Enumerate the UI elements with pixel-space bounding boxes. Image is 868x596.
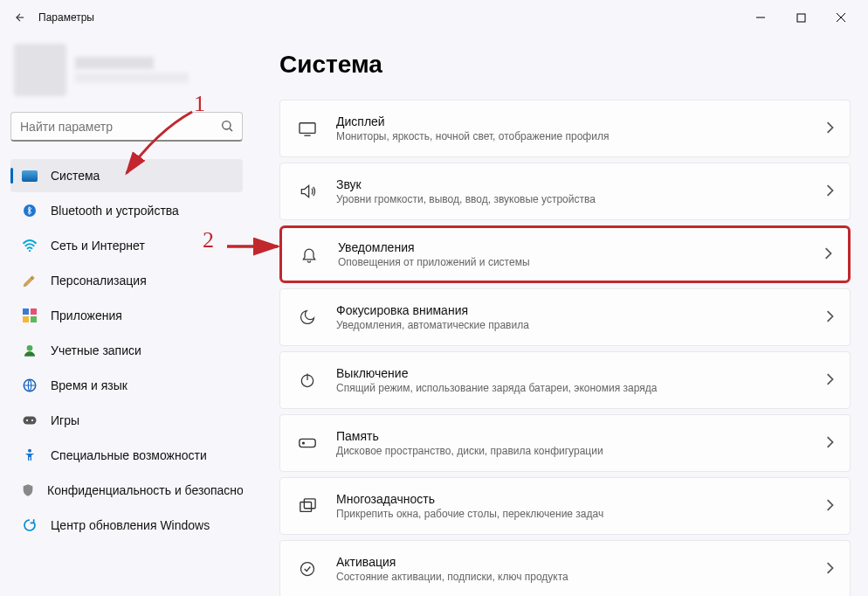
sidebar-item-label: Сеть и Интернет xyxy=(51,239,145,253)
person-icon xyxy=(21,342,38,359)
sidebar-item-label: Учетные записи xyxy=(51,343,141,357)
sidebar: Система Bluetooth и устройства Сеть и Ин… xyxy=(0,35,253,596)
sidebar-item-accounts[interactable]: Учетные записи xyxy=(10,334,243,367)
maximize-button[interactable] xyxy=(781,0,821,35)
card-subtitle: Дисковое пространство, диски, правила ко… xyxy=(336,445,603,457)
sidebar-item-network[interactable]: Сеть и Интернет xyxy=(10,229,243,262)
card-subtitle: Уведомления, автоматические правила xyxy=(336,319,529,331)
main-panel: Система Дисплей Мониторы, яркость, ночно… xyxy=(253,35,868,596)
update-icon xyxy=(21,516,38,534)
storage-icon xyxy=(296,432,319,454)
wifi-icon xyxy=(21,237,38,254)
bluetooth-icon xyxy=(21,202,38,219)
sidebar-item-bluetooth[interactable]: Bluetooth и устройства xyxy=(10,194,243,227)
search-input[interactable] xyxy=(10,112,243,142)
card-multitasking[interactable]: Многозадачность Прикрепить окна, рабочие… xyxy=(279,477,851,535)
svg-line-5 xyxy=(230,128,232,131)
profile-info xyxy=(75,57,189,83)
back-button[interactable] xyxy=(7,4,33,31)
chevron-right-icon xyxy=(825,499,834,514)
chevron-right-icon xyxy=(825,310,834,325)
brush-icon xyxy=(21,272,38,289)
sidebar-item-system[interactable]: Система xyxy=(10,159,243,192)
card-title: Звук xyxy=(336,177,596,191)
sidebar-item-label: Время и язык xyxy=(51,378,127,392)
card-subtitle: Состояние активации, подписки, ключ прод… xyxy=(336,571,568,583)
card-subtitle: Оповещения от приложений и системы xyxy=(338,256,530,268)
chevron-right-icon xyxy=(825,184,834,199)
minimize-button[interactable] xyxy=(741,0,781,35)
card-display[interactable]: Дисплей Мониторы, яркость, ночной свет, … xyxy=(279,100,851,157)
svg-rect-10 xyxy=(31,316,37,322)
moon-icon xyxy=(296,306,319,329)
card-subtitle: Мониторы, яркость, ночной свет, отображе… xyxy=(336,130,609,142)
card-title: Дисплей xyxy=(336,114,609,128)
system-icon xyxy=(21,167,38,184)
check-circle-icon xyxy=(296,558,319,580)
card-sound[interactable]: Звук Уровни громкости, вывод, ввод, звук… xyxy=(279,163,851,220)
sidebar-item-time-language[interactable]: Время и язык xyxy=(10,369,243,402)
bell-icon xyxy=(298,243,320,266)
card-storage[interactable]: Память Дисковое пространство, диски, пра… xyxy=(279,414,851,472)
sidebar-nav: Система Bluetooth и устройства Сеть и Ин… xyxy=(10,159,243,542)
svg-rect-9 xyxy=(23,316,29,322)
svg-rect-1 xyxy=(797,14,805,22)
sidebar-item-personalization[interactable]: Персонализация xyxy=(10,264,243,297)
svg-point-22 xyxy=(303,442,305,444)
svg-point-11 xyxy=(27,345,33,351)
svg-rect-13 xyxy=(24,417,37,425)
sidebar-item-label: Персонализация xyxy=(51,274,147,288)
card-notifications[interactable]: Уведомления Оповещения от приложений и с… xyxy=(279,225,851,283)
card-power[interactable]: Выключение Спящий режим, использование з… xyxy=(279,351,851,409)
accessibility-icon xyxy=(21,447,38,464)
card-title: Уведомления xyxy=(338,240,530,254)
card-title: Активация xyxy=(336,555,568,569)
power-icon xyxy=(296,369,319,392)
sidebar-item-label: Специальные возможности xyxy=(51,448,207,462)
svg-rect-24 xyxy=(304,499,315,509)
card-title: Выключение xyxy=(336,366,657,380)
chevron-right-icon xyxy=(825,436,834,451)
svg-point-16 xyxy=(28,449,31,453)
card-subtitle: Прикрепить окна, рабочие столы, переключ… xyxy=(336,508,603,520)
window-controls xyxy=(741,0,861,35)
sidebar-item-label: Игры xyxy=(51,413,79,427)
card-subtitle: Уровни громкости, вывод, ввод, звуковые … xyxy=(336,193,596,205)
svg-rect-7 xyxy=(23,308,29,315)
gamepad-icon xyxy=(21,412,38,429)
svg-point-6 xyxy=(29,250,31,252)
chevron-right-icon xyxy=(825,373,834,388)
sound-icon xyxy=(296,180,319,203)
sidebar-item-games[interactable]: Игры xyxy=(10,404,243,437)
sidebar-item-label: Конфиденциальность и безопасность xyxy=(47,483,243,497)
display-icon xyxy=(296,117,319,140)
svg-rect-8 xyxy=(31,308,37,315)
card-focus-assist[interactable]: Фокусировка внимания Уведомления, автома… xyxy=(279,288,851,346)
card-activation[interactable]: Активация Состояние активации, подписки,… xyxy=(279,540,851,596)
settings-card-list: Дисплей Мониторы, яркость, ночной свет, … xyxy=(279,100,851,596)
svg-rect-23 xyxy=(300,502,312,511)
svg-point-25 xyxy=(301,563,314,576)
chevron-right-icon xyxy=(823,247,832,262)
svg-rect-21 xyxy=(300,439,315,447)
svg-point-15 xyxy=(31,419,33,421)
sidebar-item-accessibility[interactable]: Специальные возможности xyxy=(10,439,243,472)
close-button[interactable] xyxy=(821,0,861,35)
sidebar-item-windows-update[interactable]: Центр обновления Windows xyxy=(10,509,243,542)
apps-icon xyxy=(21,307,38,324)
search-wrap xyxy=(10,112,243,142)
sidebar-item-label: Приложения xyxy=(51,308,122,322)
window-title: Параметры xyxy=(38,11,94,24)
sidebar-item-label: Система xyxy=(51,169,100,183)
globe-clock-icon xyxy=(21,377,38,394)
sidebar-item-privacy[interactable]: Конфиденциальность и безопасность xyxy=(10,474,243,507)
svg-point-4 xyxy=(223,121,231,129)
card-subtitle: Спящий режим, использование заряда батар… xyxy=(336,382,657,394)
svg-point-14 xyxy=(26,419,28,421)
card-title: Фокусировка внимания xyxy=(336,303,529,317)
multitask-icon xyxy=(296,495,319,517)
title-bar: Параметры xyxy=(0,0,868,35)
profile-block[interactable] xyxy=(10,44,243,96)
card-title: Многозадачность xyxy=(336,492,603,506)
sidebar-item-apps[interactable]: Приложения xyxy=(10,299,243,332)
